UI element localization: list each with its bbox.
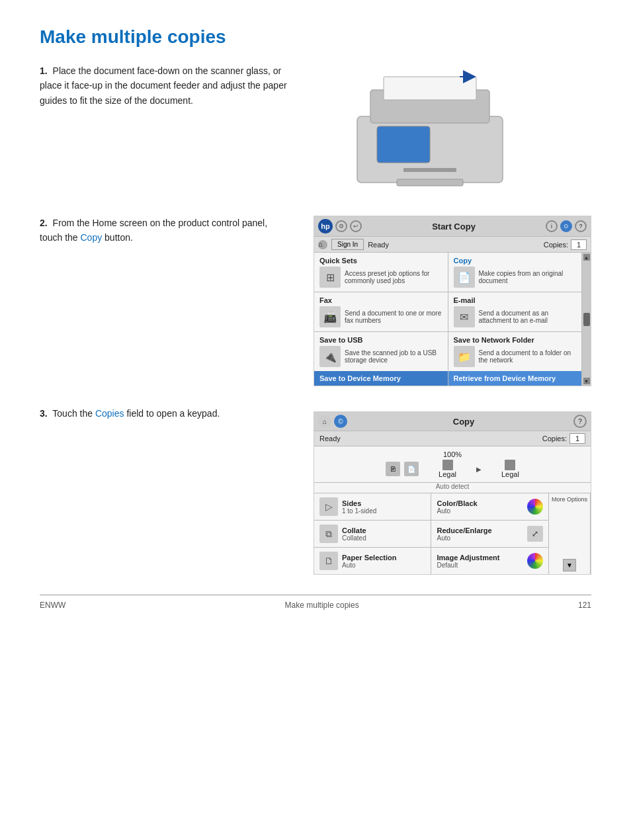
step-3-left: 3. Touch the Copies field to open a keyp… (40, 406, 291, 421)
cs-auto-detect: 🖹 📄 (386, 462, 419, 476)
network-folder-icon: 📁 (454, 346, 475, 367)
more-options-button[interactable]: ▼ (563, 559, 576, 571)
cs-ready-status: Ready (319, 435, 341, 442)
fax-cell[interactable]: Fax 📠 Send a document to one or more fax… (314, 292, 448, 331)
sign-in-button[interactable]: Sign In (331, 239, 364, 250)
sides-icon: ▷ (319, 497, 338, 516)
copy-text: Make copies from an original document (479, 270, 577, 284)
copy-icon: 📄 (454, 267, 475, 288)
scroll-thumb[interactable] (583, 313, 590, 326)
color-black-label: Color/Black (437, 499, 523, 507)
reduce-enlarge-text: Reduce/Enlarge Auto (437, 526, 523, 542)
save-network-cell[interactable]: Save to Network Folder 📁 Send a document… (448, 332, 582, 371)
svg-rect-6 (397, 179, 463, 186)
save-network-header: Save to Network Folder (454, 336, 577, 344)
copy-header: Copy (454, 257, 577, 265)
printer-svg (331, 63, 529, 196)
sides-cell[interactable]: ▷ Sides 1 to 1-sided (314, 493, 431, 520)
quick-sets-cell[interactable]: Quick Sets ⊞ Access preset job options f… (314, 253, 448, 292)
step-1-left: 1. Place the document face-down on the s… (40, 63, 291, 108)
fax-text: Send a document to one or more fax numbe… (345, 310, 442, 324)
cs-options-area: ▷ Sides 1 to 1-sided Color/Black Auto (314, 493, 591, 574)
paper-selection-cell[interactable]: 🗋 Paper Selection Auto (314, 548, 431, 574)
scrollbar[interactable]: ▲ ▼ (581, 253, 591, 386)
collate-cell[interactable]: ⧉ Collate Collated (314, 521, 431, 547)
paper-selection-label: Paper Selection (342, 554, 397, 562)
step-3-text: 3. Touch the Copies field to open a keyp… (40, 406, 291, 421)
copy-link[interactable]: Copy (81, 232, 103, 243)
save-device-memory-cell[interactable]: Save to Device Memory (314, 371, 448, 386)
cs-copies-value[interactable]: 1 (569, 433, 585, 444)
sides-text: Sides 1 to 1-sided (342, 499, 376, 515)
settings-icon[interactable]: ⚙ (335, 220, 347, 232)
email-icon: ✉ (454, 306, 475, 327)
save-network-text: Send a document to a folder on the netwo… (479, 349, 577, 364)
cs-help-icon[interactable]: ? (573, 415, 587, 428)
page-title: Make multiple copies (40, 26, 591, 48)
step-2-body: From the Home screen on the product cont… (40, 218, 267, 243)
step-2: 2. From the Home screen on the product c… (40, 216, 591, 386)
paper-selection-icon: 🗋 (319, 552, 338, 570)
footer-page: 121 (578, 601, 591, 610)
back-icon[interactable]: ↩ (350, 220, 362, 232)
copies-label: Copies: (544, 241, 568, 249)
info-icon[interactable]: i (546, 220, 558, 232)
hp-icon: hp (318, 219, 333, 233)
fax-body: 📠 Send a document to one or more fax num… (319, 306, 442, 327)
cs-options-grid: ▷ Sides 1 to 1-sided Color/Black Auto (314, 493, 548, 574)
network-icon[interactable]: ⊙ (560, 220, 572, 232)
scroll-up-arrow[interactable]: ▲ (583, 254, 590, 261)
svg-rect-2 (384, 77, 476, 100)
step-3-number: 3. (40, 408, 48, 419)
email-text: Send a document as an attachment to an e… (479, 310, 577, 324)
step-1-number: 1. (40, 65, 48, 76)
color-wheel-icon (527, 499, 543, 515)
cs-opt-grid: ▷ Sides 1 to 1-sided Color/Black Auto (314, 493, 548, 574)
sides-value: 1 to 1-sided (342, 507, 376, 515)
scroll-down-arrow[interactable]: ▼ (583, 378, 590, 384)
ready-status: Ready (368, 241, 389, 249)
cp-main: Quick Sets ⊞ Access preset job options f… (314, 253, 591, 386)
footer: ENWW Make multiple copies 121 (40, 595, 591, 610)
save-usb-cell[interactable]: Save to USB 🔌 Save the scanned job to a … (314, 332, 448, 371)
home-icon[interactable]: ⌂ (318, 240, 327, 249)
image-adjustment-label: Image Adjustment (437, 554, 523, 562)
sides-label: Sides (342, 499, 376, 507)
cs-zoom-percent: 100% (443, 450, 462, 458)
step-2-left: 2. From the Home screen on the product c… (40, 216, 291, 245)
quick-sets-text: Access preset job options for commonly u… (345, 270, 442, 284)
color-black-value: Auto (437, 507, 523, 515)
printer-illustration (331, 63, 529, 196)
footer-center: Make multiple copies (285, 601, 359, 610)
reduce-enlarge-label: Reduce/Enlarge (437, 526, 523, 534)
usb-icon: 🔌 (319, 346, 341, 367)
color-black-text: Color/Black Auto (437, 499, 523, 515)
copy-cell[interactable]: Copy 📄 Make copies from an original docu… (448, 253, 582, 292)
save-usb-header: Save to USB (319, 336, 442, 344)
step-3-after: field to open a keypad. (124, 408, 220, 419)
cs-scanner-icon: 🖹 (386, 462, 400, 476)
email-body: ✉ Send a document as an attachment to an… (454, 306, 577, 327)
cs-auto-detect-label: Auto detect (314, 483, 591, 493)
email-cell[interactable]: E-mail ✉ Send a document as an attachmen… (448, 292, 582, 331)
cs-paper-to-icon (505, 460, 515, 470)
help-icon[interactable]: ? (575, 220, 587, 232)
step-1-body: Place the document face-down on the scan… (40, 65, 287, 106)
collate-label: Collate (342, 526, 366, 534)
quick-sets-icon: ⊞ (319, 267, 341, 288)
reduce-enlarge-cell[interactable]: Reduce/Enlarge Auto ⤢ (431, 521, 548, 547)
cs-home-icon[interactable]: ⌂ (318, 415, 331, 428)
step-1: 1. Place the document face-down on the s… (40, 63, 591, 196)
copies-value[interactable]: 1 (571, 239, 587, 250)
reduce-enlarge-value: Auto (437, 534, 523, 542)
cs-copy-icon[interactable]: © (334, 415, 347, 428)
home-screen-title: Start Copy (364, 222, 543, 231)
image-adjustment-cell[interactable]: Image Adjustment Default (431, 548, 548, 574)
retrieve-device-memory-cell[interactable]: Retrieve from Device Memory (448, 371, 582, 386)
cs-paper-from-label: Legal (439, 470, 456, 478)
copy-screen: ⌂ © Copy ? Ready Copies: 1 100% (314, 411, 591, 575)
copies-link[interactable]: Copies (95, 408, 124, 419)
svg-rect-7 (403, 168, 456, 172)
footer-left: ENWW (40, 601, 65, 610)
color-black-cell[interactable]: Color/Black Auto (431, 493, 548, 520)
